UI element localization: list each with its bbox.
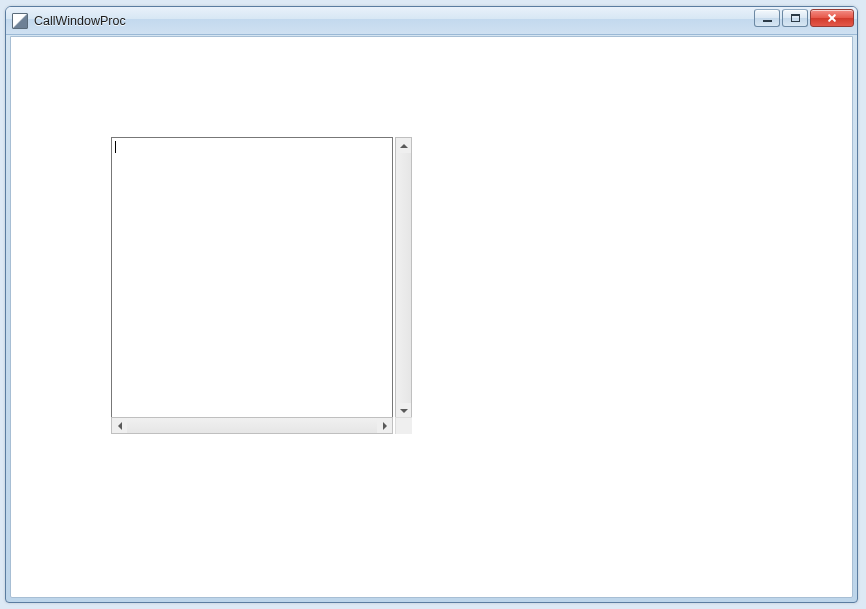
chevron-right-icon xyxy=(383,422,391,430)
horizontal-scrollbar[interactable] xyxy=(111,417,393,434)
text-caret xyxy=(115,141,116,153)
scroll-down-button[interactable] xyxy=(396,403,411,418)
scroll-up-button[interactable] xyxy=(396,138,411,153)
window-controls xyxy=(754,9,854,27)
chevron-left-icon xyxy=(114,422,122,430)
close-icon xyxy=(826,12,838,24)
text-editor[interactable] xyxy=(111,137,393,419)
title-bar[interactable]: CallWindowProc xyxy=(6,7,857,35)
app-icon xyxy=(12,13,28,29)
horizontal-scroll-track[interactable] xyxy=(127,418,377,433)
scroll-left-button[interactable] xyxy=(112,418,127,433)
vertical-scroll-track[interactable] xyxy=(396,153,411,403)
maximize-icon xyxy=(791,14,800,22)
app-window: CallWindowProc xyxy=(5,6,858,603)
chevron-down-icon xyxy=(400,409,408,417)
window-title: CallWindowProc xyxy=(34,14,126,28)
maximize-button[interactable] xyxy=(782,9,808,27)
minimize-icon xyxy=(763,20,772,22)
scrollbar-corner xyxy=(395,417,412,434)
close-button[interactable] xyxy=(810,9,854,27)
vertical-scrollbar[interactable] xyxy=(395,137,412,419)
scroll-right-button[interactable] xyxy=(377,418,392,433)
client-area xyxy=(10,36,853,598)
chevron-up-icon xyxy=(400,140,408,148)
minimize-button[interactable] xyxy=(754,9,780,27)
text-editor-container xyxy=(111,137,412,434)
